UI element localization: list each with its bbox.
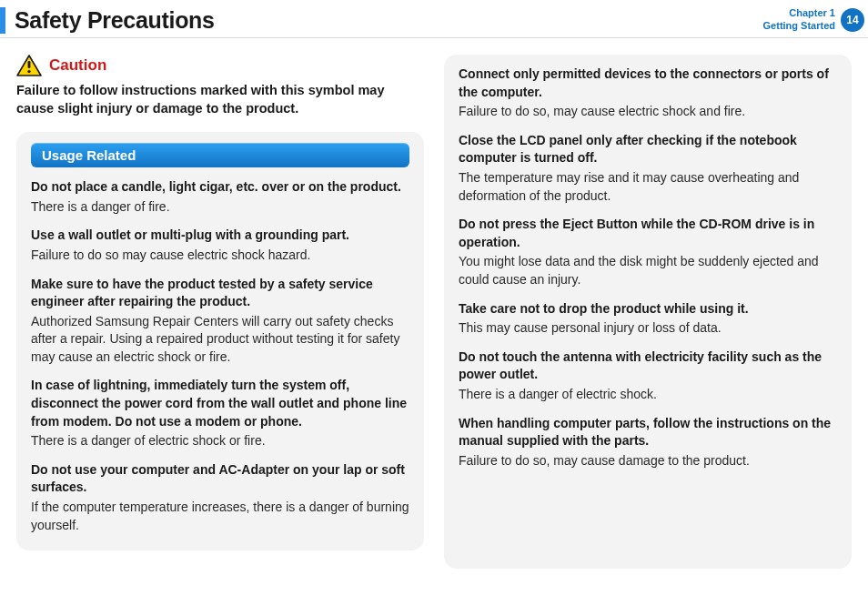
caution-row: Caution [16,55,424,76]
caution-text: Failure to follow instructions marked wi… [16,82,424,117]
item-heading: In case of lightning, immediately turn t… [31,377,409,430]
usage-card-left: Usage Related Do not place a candle, lig… [16,132,424,550]
chapter-line-2: Getting Started [763,20,835,33]
right-column: Connect only permitted devices to the co… [444,55,852,569]
caution-label: Caution [49,56,106,75]
page-number-badge: 14 [841,8,864,32]
svg-point-2 [27,70,30,73]
item-heading: Do not use your computer and AC-Adapter … [31,461,409,497]
page-title: Safety Precautions [15,7,215,34]
list-item: When handling computer parts, follow the… [459,415,837,470]
item-heading: Do not place a candle, light cigar, etc.… [31,178,409,197]
list-item: Take care not to drop the product while … [459,300,837,338]
item-body: Failure to do so, may cause electric sho… [459,103,837,121]
item-heading: Make sure to have the product tested by … [31,276,409,311]
item-body: The temperature may rise and it may caus… [459,169,837,205]
list-item: Connect only permitted devices to the co… [459,66,837,121]
item-body: Failure to do so, may cause damage to th… [459,452,837,470]
item-body: There is a danger of fire. [31,198,409,217]
title-wrap: Safety Precautions [0,7,215,34]
header-divider [0,37,868,38]
item-body: Failure to do so may cause electric shoc… [31,247,409,265]
header-right: Chapter 1 Getting Started 14 [763,7,868,33]
item-heading: Take care not to drop the product while … [459,300,837,318]
usage-card-right: Connect only permitted devices to the co… [444,55,852,569]
warning-icon [16,55,42,76]
page-header: Safety Precautions Chapter 1 Getting Sta… [0,0,868,37]
section-title: Usage Related [42,147,136,163]
item-body: This may cause personal injury or loss o… [459,319,837,338]
title-accent-bar [0,7,5,34]
section-title-pill: Usage Related [31,143,409,167]
item-body: There is a danger of electric shock. [459,386,837,404]
item-heading: Do not press the Eject Button while the … [459,216,837,251]
chapter-line-1: Chapter 1 [763,7,835,20]
list-item: Do not touch the antenna with electricit… [459,348,837,404]
item-body: Authorized Samsung Repair Centers will c… [31,313,409,367]
list-item: Do not press the Eject Button while the … [459,216,837,288]
item-body: You might lose data and the disk might b… [459,253,837,288]
page-number: 14 [846,14,858,26]
list-item: Do not use your computer and AC-Adapter … [31,461,409,534]
svg-rect-1 [28,61,31,68]
content-columns: Caution Failure to follow instructions m… [0,55,868,569]
list-item: In case of lightning, immediately turn t… [31,377,409,449]
item-body: If the computer temperature increases, t… [31,499,409,534]
list-item: Use a wall outlet or multi-plug with a g… [31,227,409,264]
item-heading: Use a wall outlet or multi-plug with a g… [31,227,409,245]
chapter-info: Chapter 1 Getting Started [763,7,835,33]
list-item: Do not place a candle, light cigar, etc.… [31,178,409,216]
left-column: Caution Failure to follow instructions m… [16,55,424,569]
item-heading: Do not touch the antenna with electricit… [459,348,837,384]
list-item: Close the LCD panel only after checking … [459,132,837,205]
item-heading: Close the LCD panel only after checking … [459,132,837,167]
item-heading: Connect only permitted devices to the co… [459,66,837,101]
item-body: There is a danger of electric shock or f… [31,432,409,450]
item-heading: When handling computer parts, follow the… [459,415,837,450]
list-item: Make sure to have the product tested by … [31,276,409,367]
